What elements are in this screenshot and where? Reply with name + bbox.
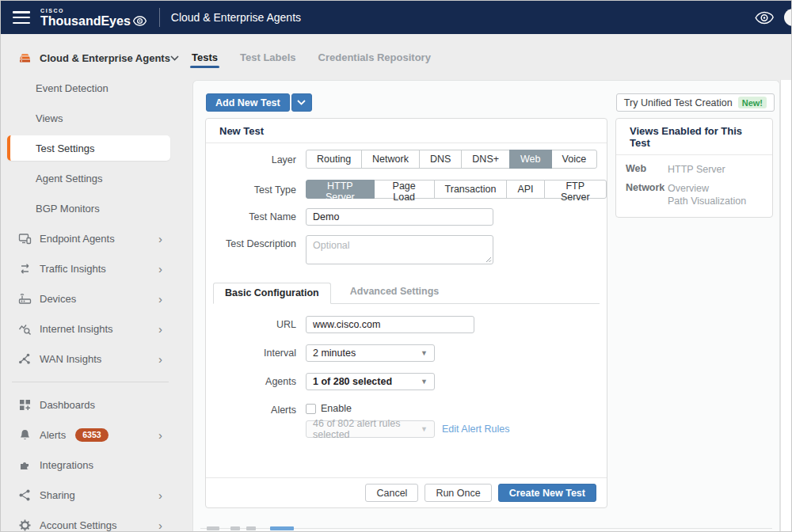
- sidebar-item-label: Agent Settings: [36, 173, 103, 184]
- sidebar-item-label: Cloud & Enterprise Agents: [40, 52, 170, 64]
- test-type-api[interactable]: API: [506, 180, 544, 199]
- sidebar-item-label: Internet Insights: [40, 323, 113, 335]
- agents-select[interactable]: 1 of 280 selected ▼: [306, 373, 435, 390]
- sidebar-item-devices[interactable]: Devices ›: [1, 283, 180, 314]
- sidebar-item-label: Sharing: [40, 489, 75, 501]
- sidebar-item-bgp-monitors[interactable]: BGP Monitors: [1, 193, 180, 223]
- brand-name: ThousandEyes: [40, 15, 131, 28]
- form-footer: Cancel Run Once Create New Test: [206, 477, 607, 502]
- hamburger-menu-icon[interactable]: [13, 11, 30, 24]
- sidebar-item-views[interactable]: Views: [1, 103, 180, 133]
- layer-option-dns[interactable]: DNS: [419, 150, 462, 169]
- sidebar-item-alerts[interactable]: Alerts 6353 ›: [1, 420, 180, 450]
- tab-test-labels[interactable]: Test Labels: [238, 34, 298, 63]
- alerts-enable-row: Enable: [306, 403, 352, 414]
- url-input[interactable]: [306, 316, 474, 333]
- cancel-button[interactable]: Cancel: [365, 484, 418, 502]
- config-tab-bar: Basic Configuration Advanced Settings: [213, 283, 600, 304]
- thousandeyes-logo: CISCO ThousandEyes: [40, 8, 147, 28]
- url-label: URL: [206, 319, 296, 330]
- select-caret-icon: ▼: [421, 349, 428, 357]
- sidebar-item-cloud-enterprise-agents[interactable]: Cloud & Enterprise Agents: [1, 43, 180, 73]
- new-test-card: New Test Layer Routing Network DNS DNS+ …: [205, 118, 607, 508]
- sidebar-item-label: WAN Insights: [40, 353, 101, 365]
- add-new-test-button[interactable]: Add New Test: [206, 93, 290, 112]
- interval-select[interactable]: 2 minutes ▼: [306, 344, 435, 362]
- endpoint-agents-icon: [18, 232, 32, 245]
- sidebar-item-endpoint-agents[interactable]: Endpoint Agents ›: [1, 223, 180, 253]
- sidebar-item-account-settings[interactable]: Account Settings ›: [1, 510, 180, 531]
- chevron-right-icon: ›: [158, 519, 162, 531]
- clipped-content-row: [200, 525, 772, 531]
- test-type-http-server[interactable]: HTTP Server: [306, 180, 375, 199]
- sidebar-nav: Cloud & Enterprise Agents Event Detectio…: [1, 34, 180, 531]
- sidebar-item-wan-insights[interactable]: WAN Insights ›: [1, 344, 180, 374]
- sidebar-item-integrations[interactable]: Integrations: [1, 450, 180, 480]
- sidebar-item-label: BGP Monitors: [36, 203, 100, 215]
- main-tab-bar: Tests Test Labels Credentials Repository: [180, 34, 791, 80]
- cloud-agents-icon: [18, 51, 32, 65]
- sidebar-item-label: Dashboards: [40, 399, 95, 411]
- sidebar-item-label: Event Detection: [36, 82, 109, 94]
- tab-advanced-settings[interactable]: Advanced Settings: [339, 282, 451, 303]
- chevron-right-icon: ›: [158, 263, 162, 275]
- test-description-label: Test Description: [206, 238, 296, 249]
- sidebar-item-traffic-insights[interactable]: Traffic Insights ›: [1, 253, 180, 283]
- alerts-label: Alerts: [206, 405, 296, 416]
- tab-credentials-repository[interactable]: Credentials Repository: [317, 34, 432, 63]
- views-row-values: Overview Path Visualization: [668, 182, 746, 207]
- layer-label: Layer: [206, 154, 296, 165]
- test-description-textarea[interactable]: [306, 235, 493, 264]
- alert-rules-select[interactable]: 46 of 802 alert rules selected ▼: [306, 420, 435, 438]
- alert-rules-value: 46 of 802 alert rules selected: [313, 418, 421, 440]
- internet-insights-icon: [18, 322, 32, 336]
- layer-option-dns-plus[interactable]: DNS+: [461, 150, 510, 169]
- select-caret-icon: ▼: [421, 425, 428, 433]
- test-type-transaction[interactable]: Transaction: [434, 180, 508, 199]
- chevron-right-icon: ›: [158, 293, 162, 305]
- dashboards-icon: [18, 398, 32, 412]
- sidebar-item-dashboards[interactable]: Dashboards: [1, 390, 180, 420]
- selected-item-pill: Test Settings: [7, 135, 170, 161]
- test-type-segmented-control: HTTP Server Page Load Transaction API FT…: [306, 180, 607, 199]
- add-new-test-split-button: Add New Test: [206, 93, 312, 112]
- sidebar-item-agent-settings[interactable]: Agent Settings: [1, 163, 180, 193]
- app-window: { "header": { "brand_small": "CISCO", "b…: [0, 0, 792, 532]
- try-unified-test-creation-button[interactable]: Try Unified Test Creation New!: [616, 93, 775, 112]
- sidebar-item-event-detection[interactable]: Event Detection: [1, 73, 180, 103]
- test-name-input[interactable]: [306, 208, 493, 226]
- views-enabled-card: Views Enabled for This Test Web HTTP Ser…: [615, 118, 773, 218]
- sidebar-item-test-settings[interactable]: Test Settings: [1, 133, 180, 163]
- tab-basic-configuration[interactable]: Basic Configuration: [213, 283, 331, 304]
- chevron-right-icon: ›: [158, 233, 162, 245]
- sidebar-item-label: Endpoint Agents: [40, 233, 115, 245]
- layer-option-network[interactable]: Network: [361, 150, 420, 169]
- agents-label: Agents: [206, 376, 296, 387]
- view-eye-icon[interactable]: [755, 11, 774, 25]
- chevron-right-icon: ›: [158, 353, 162, 365]
- sidebar-item-internet-insights[interactable]: Internet Insights ›: [1, 314, 180, 344]
- chevron-right-icon: ›: [158, 323, 162, 335]
- chevron-right-icon: ›: [158, 429, 162, 441]
- edit-alert-rules-link[interactable]: Edit Alert Rules: [442, 424, 509, 435]
- sidebar-item-label: Integrations: [40, 459, 93, 471]
- chevron-right-icon: ›: [158, 489, 162, 501]
- agents-value: 1 of 280 selected: [313, 376, 392, 387]
- integrations-puzzle-icon: [18, 458, 32, 472]
- tab-tests[interactable]: Tests: [190, 34, 219, 63]
- test-type-page-load[interactable]: Page Load: [374, 180, 435, 199]
- layer-option-web[interactable]: Web: [509, 150, 551, 169]
- test-type-ftp-server[interactable]: FTP Server: [544, 180, 607, 199]
- scrollbar-track[interactable]: [780, 80, 791, 531]
- page-title: Cloud & Enterprise Agents: [171, 11, 301, 24]
- layer-option-routing[interactable]: Routing: [306, 150, 362, 169]
- run-once-button[interactable]: Run Once: [425, 484, 491, 502]
- sidebar-item-sharing[interactable]: Sharing ›: [1, 480, 180, 510]
- traffic-insights-icon: [18, 262, 32, 276]
- try-unified-label: Try Unified Test Creation: [624, 97, 733, 108]
- alerts-enable-checkbox[interactable]: [306, 404, 316, 414]
- sidebar-item-label: Account Settings: [40, 519, 117, 531]
- layer-option-voice[interactable]: Voice: [551, 150, 598, 169]
- create-new-test-button[interactable]: Create New Test: [498, 484, 596, 502]
- add-new-test-dropdown-button[interactable]: [291, 93, 312, 112]
